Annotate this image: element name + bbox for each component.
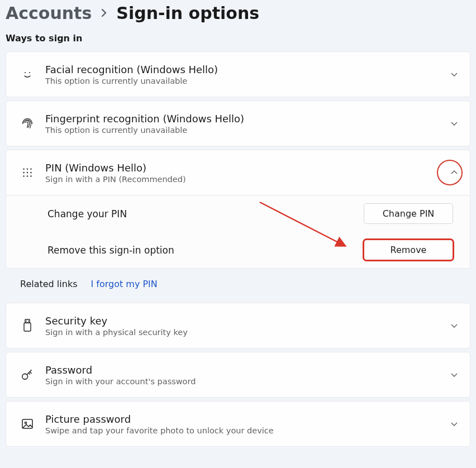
option-password[interactable]: Password Sign in with your account's pas… xyxy=(6,352,470,398)
svg-point-7 xyxy=(30,172,31,173)
option-sub: Sign in with your account's password xyxy=(45,377,450,386)
option-sub: This option is currently unavailable xyxy=(45,126,450,135)
remove-pin-label: Remove this sign-in option xyxy=(47,245,364,256)
related-links-label: Related links xyxy=(20,279,77,289)
change-pin-button[interactable]: Change PIN xyxy=(364,203,453,224)
option-fingerprint[interactable]: Fingerprint recognition (Windows Hello) … xyxy=(6,101,470,146)
face-icon xyxy=(17,68,37,81)
breadcrumb-parent[interactable]: Accounts xyxy=(6,3,92,23)
section-title: Ways to sign in xyxy=(6,33,470,44)
breadcrumb: Accounts Sign-in options xyxy=(6,0,470,33)
chevron-up-icon xyxy=(450,168,459,177)
chevron-down-icon xyxy=(450,419,459,428)
svg-point-2 xyxy=(23,168,24,169)
key-icon xyxy=(17,367,37,382)
remove-pin-row: Remove this sign-in option Remove xyxy=(6,232,470,268)
svg-point-18 xyxy=(25,422,26,423)
option-title: Facial recognition (Windows Hello) xyxy=(45,64,450,75)
option-sub: Sign in with a physical security key xyxy=(45,328,450,337)
svg-point-6 xyxy=(27,172,28,173)
option-sub: Sign in with a PIN (Recommended) xyxy=(45,175,450,184)
chevron-down-icon xyxy=(450,370,459,379)
change-pin-row: Change your PIN Change PIN xyxy=(6,195,470,232)
svg-point-1 xyxy=(29,72,30,73)
chevron-down-icon xyxy=(450,70,459,79)
svg-point-0 xyxy=(25,72,26,73)
svg-point-3 xyxy=(27,168,28,169)
option-picture-password[interactable]: Picture password Swipe and tap your favo… xyxy=(6,401,470,447)
chevron-right-icon xyxy=(101,7,107,19)
option-facial[interactable]: Facial recognition (Windows Hello) This … xyxy=(6,51,470,97)
svg-point-8 xyxy=(23,175,24,176)
option-title: Picture password xyxy=(45,413,450,425)
option-sub: This option is currently unavailable xyxy=(45,77,450,85)
option-title: Password xyxy=(45,364,450,376)
related-links-row: Related links I forgot my PIN xyxy=(6,269,470,299)
option-title: PIN (Windows Hello) xyxy=(45,162,450,174)
svg-point-5 xyxy=(23,172,24,173)
option-title: Security key xyxy=(45,315,450,327)
pin-icon xyxy=(17,166,37,179)
option-pin-panel: Change your PIN Change PIN Remove this s… xyxy=(6,195,470,269)
svg-rect-12 xyxy=(25,319,30,323)
svg-point-10 xyxy=(30,175,31,176)
option-pin[interactable]: PIN (Windows Hello) Sign in with a PIN (… xyxy=(6,150,470,195)
svg-point-9 xyxy=(27,175,28,176)
option-sub: Swipe and tap your favorite photo to unl… xyxy=(45,426,450,435)
breadcrumb-current: Sign-in options xyxy=(116,3,259,23)
chevron-down-icon xyxy=(450,119,459,128)
change-pin-label: Change your PIN xyxy=(47,208,364,219)
fingerprint-icon xyxy=(17,116,37,131)
option-title: Fingerprint recognition (Windows Hello) xyxy=(45,113,450,125)
svg-rect-13 xyxy=(24,323,31,331)
forgot-pin-link[interactable]: I forgot my PIN xyxy=(91,279,157,289)
remove-button[interactable]: Remove xyxy=(364,240,453,260)
option-security-key[interactable]: Security key Sign in with a physical sec… xyxy=(6,303,470,348)
image-icon xyxy=(17,417,37,431)
svg-point-4 xyxy=(30,168,31,169)
chevron-down-icon xyxy=(450,321,459,330)
usb-icon xyxy=(17,318,37,333)
